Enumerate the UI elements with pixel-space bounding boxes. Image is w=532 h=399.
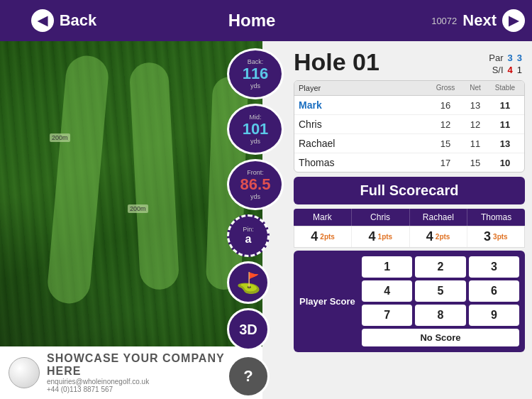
next-label: Next — [462, 11, 497, 30]
player-name: Mark — [299, 99, 431, 111]
tab-thomas[interactable]: Thomas — [467, 209, 525, 226]
company-email: enquiries@wholeinonegolf.co.uk — [47, 378, 254, 386]
mid-unit: yds — [250, 138, 260, 145]
company-phone: +44 (0)113 8871 567 — [47, 386, 254, 393]
fairway-1 — [46, 54, 110, 305]
key-6[interactable]: 6 — [469, 280, 519, 302]
mid-distance-bubble: Mid: 101 yds — [227, 104, 284, 155]
key-4[interactable]: 4 — [362, 280, 412, 302]
mark-score: 4 — [311, 229, 318, 244]
company-bar: Showcase Your Company Here enquiries@who… — [0, 346, 262, 399]
player-name: Thomas — [299, 157, 431, 168]
mark-pts: 2pts — [320, 233, 335, 241]
table-row: Mark 16 13 11 — [294, 96, 524, 115]
score-row: 4 2pts 4 1pts 4 2pts 3 3pts — [294, 226, 525, 248]
map-distance-label-2: 200m — [128, 204, 148, 213]
scorecard-rows: Mark 16 13 11 Chris 12 12 11 Rachael 15 … — [294, 96, 524, 172]
score-keypad: 1 2 3 4 5 6 7 8 9 No Score — [362, 256, 519, 346]
fairway-2 — [129, 62, 180, 290]
player-net: 15 — [460, 158, 490, 168]
pin-value: a — [245, 233, 252, 246]
no-score-button[interactable]: No Score — [362, 329, 519, 346]
player-gross: 12 — [431, 119, 460, 130]
tab-rachael[interactable]: Rachael — [410, 209, 468, 226]
next-arrow-icon: ▶ — [502, 9, 525, 32]
key-3[interactable]: 3 — [469, 256, 519, 278]
player-stable: 13 — [490, 138, 520, 149]
thomas-score-cell: 3 3pts — [467, 226, 524, 247]
stable-col-header: Stable — [490, 84, 520, 92]
player-gross: 15 — [431, 138, 460, 149]
key-1[interactable]: 1 — [362, 256, 412, 278]
back-button[interactable]: ◀ Back — [0, 0, 128, 41]
home-label: Home — [228, 11, 276, 30]
player-net: 11 — [460, 138, 490, 149]
company-info: Showcase Your Company Here enquiries@who… — [47, 352, 254, 393]
home-button[interactable]: Home — [128, 11, 376, 31]
chris-pts: 1pts — [378, 233, 393, 241]
front-distance-bubble: Front: 86.5 yds — [227, 159, 284, 210]
company-name: Showcase Your Company Here — [47, 352, 254, 378]
key-5[interactable]: 5 — [415, 280, 465, 302]
thomas-pts: 3pts — [493, 233, 508, 241]
player-gross: 16 — [431, 100, 460, 111]
si-label: S/I — [492, 65, 504, 75]
tab-chris[interactable]: Chris — [352, 209, 410, 226]
help-button[interactable]: ? — [227, 355, 270, 398]
player-col-header: Player — [299, 84, 431, 92]
si-value2: 1 — [517, 65, 522, 75]
player-net: 12 — [460, 119, 490, 130]
key-2[interactable]: 2 — [415, 256, 465, 278]
par-value1: 3 — [508, 53, 513, 63]
chris-score: 4 — [369, 229, 376, 244]
player-score-label: Player Score — [299, 256, 356, 346]
player-gross: 17 — [431, 158, 460, 168]
map-panel: 200m 200m Showcase Your Company Here enq… — [0, 41, 262, 399]
next-number: 10072 — [431, 16, 457, 26]
scorecard-header: Player Gross Net Stable — [294, 81, 524, 96]
right-panel: Back: 116 yds Mid: 101 yds Front: 86.5 y… — [262, 41, 532, 399]
pin-bubble: Pin: a — [227, 214, 270, 257]
full-scorecard-button[interactable]: Full Scorecard — [294, 177, 525, 204]
front-unit: yds — [250, 193, 260, 200]
player-score-section: Player Score 1 2 3 4 5 6 7 8 9 No Score — [294, 251, 525, 352]
player-net: 13 — [460, 100, 490, 111]
next-button[interactable]: Next ▶ — [462, 0, 525, 41]
back-distance-bubble: Back: 116 yds — [227, 48, 284, 99]
net-col-header: Net — [460, 84, 490, 92]
player-name: Rachael — [299, 138, 431, 149]
main-content: 200m 200m Showcase Your Company Here enq… — [0, 41, 532, 399]
3d-button[interactable]: 3D — [227, 308, 270, 351]
full-scorecard-label: Full Scorecard — [360, 182, 459, 198]
key-7[interactable]: 7 — [362, 305, 412, 326]
par-value2: 3 — [517, 53, 522, 63]
tab-mark[interactable]: Mark — [294, 209, 352, 226]
rachael-pts: 2pts — [436, 233, 450, 241]
gross-col-header: Gross — [431, 84, 460, 92]
table-row: Rachael 15 11 13 — [294, 134, 524, 153]
par-label: Par — [489, 53, 503, 63]
mark-score-cell: 4 2pts — [294, 226, 352, 247]
player-name: Chris — [299, 119, 431, 130]
table-row: Chris 12 12 11 — [294, 115, 524, 134]
key-8[interactable]: 8 — [415, 305, 465, 326]
top-navigation: ◀ Back Home 10072 Next ▶ — [0, 0, 532, 41]
table-row: Thomas 17 15 10 — [294, 153, 524, 172]
back-unit: yds — [250, 82, 260, 89]
back-label: Back — [60, 11, 97, 30]
hole-section: Hole 01 Par 3 3 S/I 4 1 — [262, 41, 532, 80]
flag-icon-button[interactable]: ⛳ — [227, 261, 270, 304]
rachael-score: 4 — [426, 229, 433, 244]
next-area: 10072 Next ▶ — [376, 0, 532, 41]
chris-score-cell: 4 1pts — [352, 226, 409, 247]
rachael-score-cell: 4 2pts — [410, 226, 467, 247]
key-9[interactable]: 9 — [469, 305, 519, 326]
distance-bubbles: Back: 116 yds Mid: 101 yds Front: 86.5 y… — [227, 48, 284, 398]
course-map: 200m 200m — [0, 41, 262, 346]
back-value: 116 — [243, 65, 269, 82]
company-logo — [9, 357, 40, 388]
scorecard-table: Player Gross Net Stable Mark 16 13 11 Ch… — [294, 80, 525, 173]
thomas-score: 3 — [484, 229, 491, 244]
player-stable: 10 — [490, 158, 520, 168]
map-distance-label-1: 200m — [50, 133, 70, 142]
